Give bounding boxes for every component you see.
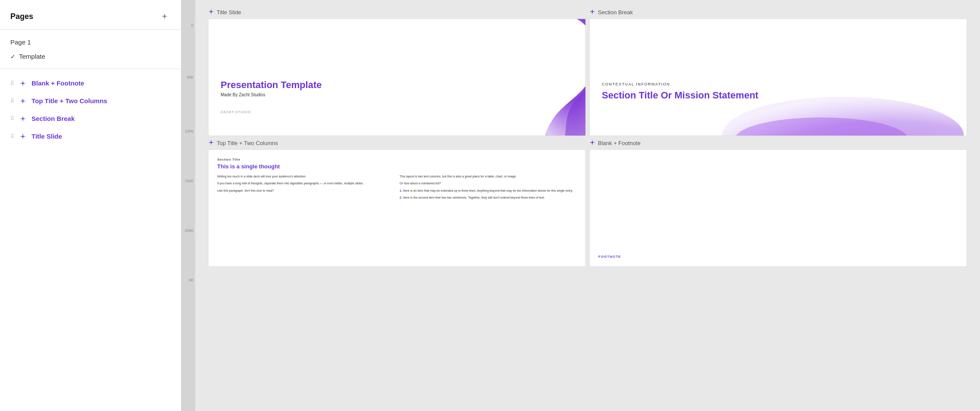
title-slide-card[interactable]: Presentation Template Made By Zacht Stud… <box>208 19 586 136</box>
blank-footnote-label-text: Blank + Footnote <box>598 140 641 146</box>
page-item-template[interactable]: ✓ Template <box>0 49 181 63</box>
two-col-label-text: Top Title + Two Columns <box>217 140 278 146</box>
sparkle-icon-3 <box>19 115 26 122</box>
layout-label-section-break: Section Break <box>32 115 75 122</box>
sparkle-icon-4 <box>19 133 26 140</box>
layout-item-section-break[interactable]: ⠿ Section Break <box>0 110 181 127</box>
left-column: Writing too much in a slide deck will lo… <box>217 174 395 203</box>
sidebar: Pages + Page 1 ✓ Template ⠿ Blank + Foot… <box>0 0 181 411</box>
title-slide-text-block: Presentation Template Made By Zacht Stud… <box>221 79 322 114</box>
page-item-1[interactable]: Page 1 <box>0 35 181 49</box>
layout-label-blank-footnote: Blank + Footnote <box>32 79 84 87</box>
blank-footnote-content: FOOTNOTE <box>590 150 967 266</box>
two-col-label: Top Title + Two Columns <box>208 139 586 147</box>
layouts-list: ⠿ Blank + Footnote ⠿ Top Title + Two Col… <box>0 69 181 411</box>
ruler-mark-2000: 2000 <box>181 229 195 233</box>
left-p3: Like this paragraph. Isn't this nice to … <box>217 189 395 193</box>
ruler-mark-0: 0 <box>181 24 195 28</box>
section-break-blob <box>590 92 967 136</box>
section-break-label-text: Section Break <box>598 9 633 16</box>
left-p1: Writing too much in a slide deck will lo… <box>217 174 395 179</box>
blank-footnote-card[interactable]: FOOTNOTE <box>589 149 967 267</box>
sparkle-icon-1 <box>19 80 26 87</box>
sparkle-icon-2 <box>19 98 26 104</box>
add-page-button[interactable]: + <box>158 10 171 22</box>
ruler-mark-end: 00 <box>181 278 195 282</box>
two-col-card[interactable]: Section Title This is a single thought W… <box>208 149 586 267</box>
canvas-area[interactable]: Title Slide <box>195 0 980 411</box>
template-label: Template <box>19 53 45 60</box>
ruler-mark-1000: 1000 <box>181 130 195 133</box>
right-p2: Or how about a numbered list? <box>400 181 577 186</box>
right-p1: This layout is two text columns, but thi… <box>400 174 577 179</box>
section-break-card[interactable]: CONTEXTUAL INFORMATION Section Title Or … <box>589 19 967 136</box>
section-break-content: CONTEXTUAL INFORMATION Section Title Or … <box>590 19 967 136</box>
main-area: 0 500 1000 1500 2000 00 Title Slide <box>181 0 980 411</box>
layout-item-blank-footnote[interactable]: ⠿ Blank + Footnote <box>0 74 181 92</box>
left-p2: If you have a long trail of thoughts, se… <box>217 181 395 186</box>
layout-label-title-slide: Title Slide <box>32 133 62 140</box>
pages-list: Page 1 ✓ Template <box>0 30 181 69</box>
blank-footnote-section: Blank + Footnote FOOTNOTE <box>589 139 967 267</box>
title-slide-content: Presentation Template Made By Zacht Stud… <box>209 19 585 136</box>
ruler-vertical: 0 500 1000 1500 2000 00 <box>181 0 195 411</box>
two-col-section-label: Section Title <box>217 158 577 161</box>
drag-handle-icon-4[interactable]: ⠿ <box>10 133 14 139</box>
drag-handle-icon-2[interactable]: ⠿ <box>10 98 14 104</box>
right-p3: 1. Here is an item that may be extended … <box>400 189 577 193</box>
title-slide-label: Title Slide <box>208 9 586 16</box>
presentation-main-title: Presentation Template <box>221 79 322 91</box>
presentation-brand: ZACHT.STUDIO <box>221 110 322 114</box>
contextual-label: CONTEXTUAL INFORMATION <box>602 82 955 86</box>
ruler-mark-500: 500 <box>181 76 195 79</box>
title-slide-label-text: Title Slide <box>217 9 241 16</box>
right-column: This layout is two text columns, but thi… <box>400 174 577 203</box>
section-break-section: Section Break CONTEXTUAL INFORMATION Sec… <box>589 9 967 136</box>
slides-grid: Title Slide <box>208 9 967 267</box>
title-slide-section: Title Slide <box>208 9 586 136</box>
two-col-grid: Writing too much in a slide deck will lo… <box>217 174 577 203</box>
blank-footnote-label: Blank + Footnote <box>589 139 967 147</box>
layout-item-two-columns[interactable]: ⠿ Top Title + Two Columns <box>0 92 181 110</box>
page-1-label: Page 1 <box>10 38 31 46</box>
section-break-label: Section Break <box>589 9 967 16</box>
ruler-mark-1500: 1500 <box>181 179 195 183</box>
drag-handle-icon[interactable]: ⠿ <box>10 80 14 86</box>
two-col-section: Top Title + Two Columns Section Title Th… <box>208 139 586 267</box>
two-col-content: Section Title This is a single thought W… <box>209 150 585 266</box>
blob-decoration <box>499 19 585 136</box>
thought-title: This is a single thought <box>217 163 577 170</box>
footnote-text: FOOTNOTE <box>598 255 958 259</box>
layout-item-title-slide[interactable]: ⠿ Title Slide <box>0 127 181 145</box>
right-p4: 2. Here is the second item that has two … <box>400 196 577 200</box>
check-icon: ✓ <box>10 53 16 60</box>
sparkle-icon-title-slide <box>208 9 214 16</box>
sparkle-icon-two-col <box>208 139 214 147</box>
sparkle-icon-blank-footnote <box>589 139 595 147</box>
drag-handle-icon-3[interactable]: ⠿ <box>10 116 14 122</box>
sidebar-header: Pages + <box>0 0 181 30</box>
presentation-subtitle: Made By Zacht Studios <box>221 92 322 97</box>
pages-title: Pages <box>10 12 33 21</box>
sparkle-icon-section-break <box>589 9 595 16</box>
layout-label-two-columns: Top Title + Two Columns <box>32 97 107 104</box>
